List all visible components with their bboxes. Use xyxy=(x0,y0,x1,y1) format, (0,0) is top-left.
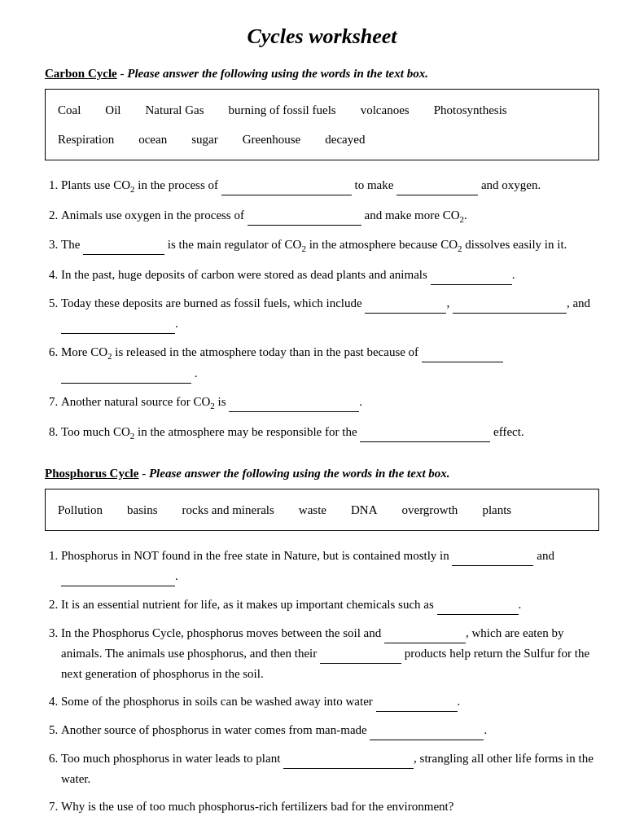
carbon-q3: The is the main regulator of CO2 in the … xyxy=(61,235,599,257)
carbon-blank-6b xyxy=(61,363,191,384)
phosphorus-questions-list: Phosphorus in NOT found in the free stat… xyxy=(61,546,599,816)
phosphorus-q7: Why is the use of too much phosphorus-ri… xyxy=(61,797,599,816)
word-basins: basins xyxy=(127,498,158,522)
word-respiration: Respiration xyxy=(58,127,114,151)
carbon-cycle-section: Carbon Cycle - Please answer the followi… xyxy=(45,67,599,444)
carbon-blank-4 xyxy=(431,265,512,285)
carbon-blank-1b xyxy=(396,175,478,195)
carbon-blank-1a xyxy=(221,175,352,195)
carbon-q6: More CO2 is released in the atmosphere t… xyxy=(61,342,599,384)
carbon-blank-6a xyxy=(422,342,503,362)
carbon-blank-7 xyxy=(229,392,359,412)
word-natural-gas: Natural Gas xyxy=(146,98,204,122)
word-rocks-minerals: rocks and minerals xyxy=(182,498,274,522)
phosphorus-q4: Some of the phosphorus in soils can be w… xyxy=(61,691,599,712)
carbon-blank-3 xyxy=(83,235,164,255)
carbon-cycle-header: Carbon Cycle - Please answer the followi… xyxy=(45,67,599,81)
word-burning: burning of fossil fuels xyxy=(229,98,336,122)
carbon-q5: Today these deposits are burned as fossi… xyxy=(61,293,599,334)
carbon-questions-list: Plants use CO2 in the process of to make… xyxy=(61,175,599,444)
carbon-cycle-instructions: Please answer the following using the wo… xyxy=(127,67,428,80)
phosphorus-q6: Too much phosphorus in water leads to pl… xyxy=(61,748,599,788)
phosphorus-cycle-header: Phosphorus Cycle - Please answer the fol… xyxy=(45,467,599,481)
word-decayed: decayed xyxy=(325,127,365,151)
carbon-q4: In the past, huge deposits of carbon wer… xyxy=(61,265,599,285)
phosphorus-cycle-section: Phosphorus Cycle - Please answer the fol… xyxy=(45,467,599,816)
carbon-q1: Plants use CO2 in the process of to make… xyxy=(61,175,599,197)
phosphorus-q2: It is an essential nutrient for life, as… xyxy=(61,595,599,615)
phosphorus-blank-3a xyxy=(384,623,466,643)
phosphorus-q3: In the Phosphorus Cycle, phosphorus move… xyxy=(61,623,599,683)
word-waste: waste xyxy=(299,498,326,522)
word-plants: plants xyxy=(482,498,511,522)
word-sugar: sugar xyxy=(191,127,218,151)
phosphorus-blank-4 xyxy=(376,691,458,712)
carbon-blank-5c xyxy=(61,314,175,334)
word-oil: Oil xyxy=(105,98,120,122)
carbon-q7: Another natural source for CO2 is . xyxy=(61,392,599,414)
carbon-word-box: Coal Oil Natural Gas burning of fossil f… xyxy=(45,89,599,160)
carbon-q8: Too much CO2 in the atmosphere may be re… xyxy=(61,422,599,444)
phosphorus-blank-3b xyxy=(320,643,401,664)
carbon-q2: Animals use oxygen in the process of and… xyxy=(61,205,599,227)
word-dna: DNA xyxy=(351,498,378,522)
carbon-blank-5b xyxy=(453,293,567,314)
carbon-cycle-label: Carbon Cycle xyxy=(45,67,117,80)
phosphorus-cycle-instructions: Please answer the following using the wo… xyxy=(149,467,450,480)
phosphorus-cycle-dash: - xyxy=(142,467,149,480)
word-coal: Coal xyxy=(58,98,81,122)
page-title: Cycles worksheet xyxy=(45,24,599,49)
phosphorus-blank-1b xyxy=(61,566,175,586)
phosphorus-word-box: Pollution basins rocks and minerals wast… xyxy=(45,489,599,531)
word-ocean: ocean xyxy=(138,127,167,151)
carbon-blank-8 xyxy=(360,422,490,442)
phosphorus-q1: Phosphorus in NOT found in the free stat… xyxy=(61,546,599,586)
carbon-blank-5a xyxy=(365,293,446,314)
word-overgrowth: overgrowth xyxy=(401,498,458,522)
word-photosynthesis: Photosynthesis xyxy=(434,98,507,122)
phosphorus-blank-5 xyxy=(370,720,484,740)
phosphorus-q5: Another source of phosphorus in water co… xyxy=(61,720,599,740)
word-pollution: Pollution xyxy=(58,498,103,522)
phosphorus-blank-2 xyxy=(437,595,519,615)
word-greenhouse: Greenhouse xyxy=(243,127,301,151)
carbon-cycle-dash: - xyxy=(120,67,128,80)
phosphorus-cycle-label: Phosphorus Cycle xyxy=(45,467,138,480)
carbon-blank-2 xyxy=(248,205,361,226)
word-volcanoes: volcanoes xyxy=(361,98,410,122)
phosphorus-blank-6 xyxy=(283,748,414,769)
phosphorus-blank-1a xyxy=(452,546,533,566)
